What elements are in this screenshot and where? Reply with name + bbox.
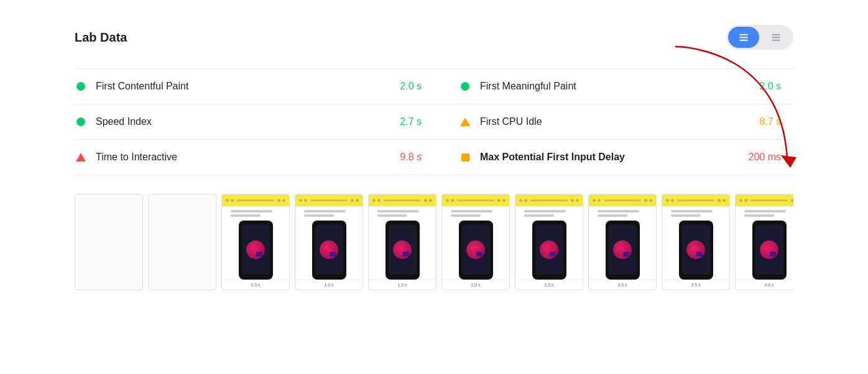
tti-value: 9.8 s xyxy=(400,152,422,163)
film-frame-1 xyxy=(75,194,143,290)
fcp-icon xyxy=(75,80,87,93)
fmp-label: First Meaningful Paint xyxy=(480,81,753,92)
film-frame-5: 1.5 s xyxy=(368,194,436,290)
film-frame-2 xyxy=(148,194,216,290)
svg-rect-0 xyxy=(739,34,748,35)
frame-7-timestamp: 2.5 s xyxy=(515,280,583,290)
list-view-button[interactable] xyxy=(728,27,759,48)
view-toggle-group xyxy=(726,25,793,50)
filmstrip: 0.5 s xyxy=(75,194,793,290)
fmp-icon xyxy=(459,80,471,93)
svg-rect-1 xyxy=(739,37,748,38)
si-icon xyxy=(75,116,87,128)
tti-label: Time to Interactive xyxy=(96,152,394,163)
metrics-right-column: First Meaningful Paint 2.0 s First CPU I… xyxy=(434,69,793,175)
fci-icon xyxy=(459,116,471,128)
main-container: Lab Data xyxy=(0,0,868,315)
svg-rect-5 xyxy=(772,40,780,41)
fci-label: First CPU Idle xyxy=(480,116,753,127)
frame-4-timestamp: 1.0 s xyxy=(295,280,362,290)
metric-row-fci: First CPU Idle 8.7 s xyxy=(434,104,793,140)
metric-row-si: Speed Index 2.7 s xyxy=(75,104,434,140)
fcp-value: 2.0 s xyxy=(400,81,422,92)
frame-9-timestamp: 3.5 s xyxy=(662,280,729,290)
film-frame-9: 3.5 s xyxy=(662,194,730,290)
list-view-icon xyxy=(738,32,749,43)
mpfid-icon xyxy=(459,151,471,163)
film-frame-10: 4.0 s xyxy=(735,194,793,290)
film-frame-8: 3.0 s xyxy=(588,194,657,290)
tti-icon xyxy=(75,151,87,163)
mpfid-value: 200 ms xyxy=(749,152,781,163)
metric-row-tti: Time to Interactive 9.8 s xyxy=(75,140,434,175)
si-label: Speed Index xyxy=(96,116,394,127)
fci-value: 8.7 s xyxy=(759,116,781,127)
film-frame-3: 0.5 s xyxy=(221,194,290,290)
si-value: 2.7 s xyxy=(400,116,422,127)
grid-view-button[interactable] xyxy=(760,27,792,48)
grid-view-icon xyxy=(770,32,782,43)
film-frame-6: 2.0 s xyxy=(441,194,510,290)
metric-row-fmp: First Meaningful Paint 2.0 s xyxy=(434,69,793,104)
header: Lab Data xyxy=(75,25,793,50)
metric-row-mpfid: Max Potential First Input Delay 200 ms xyxy=(434,140,793,175)
frame-10-timestamp: 4.0 s xyxy=(736,280,793,290)
mpfid-label: Max Potential First Input Delay xyxy=(480,152,742,163)
section-title: Lab Data xyxy=(75,30,127,45)
film-frame-7: 2.5 s xyxy=(515,194,583,290)
frame-5-timestamp: 1.5 s xyxy=(369,280,436,290)
metric-row-fcp: First Contentful Paint 2.0 s xyxy=(75,69,434,104)
metrics-left-column: First Contentful Paint 2.0 s Speed Index… xyxy=(75,69,434,175)
frame-6-timestamp: 2.0 s xyxy=(442,280,509,290)
svg-rect-3 xyxy=(772,34,780,35)
frame-8-timestamp: 3.0 s xyxy=(589,280,656,290)
frame-3-timestamp: 0.5 s xyxy=(222,280,289,290)
fcp-label: First Contentful Paint xyxy=(96,81,394,92)
svg-rect-2 xyxy=(739,40,748,41)
film-frame-4: 1.0 s xyxy=(295,194,363,290)
svg-rect-4 xyxy=(772,37,780,38)
metrics-grid: First Contentful Paint 2.0 s Speed Index… xyxy=(75,68,793,175)
fmp-value: 2.0 s xyxy=(759,81,781,92)
